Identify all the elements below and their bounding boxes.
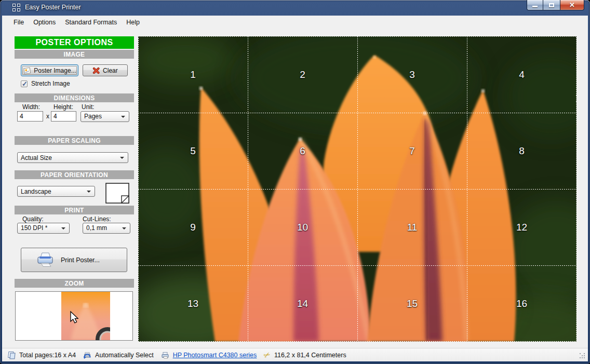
paper-scaling-value: Actual Size [21,154,52,161]
menu-file[interactable]: File [9,17,29,28]
check-icon: ✓ [22,80,28,88]
poster-cell-number: 1 [190,69,196,80]
status-total-pages: Total pages:16 x A4 [7,351,76,359]
unit-label: Unit: [82,103,95,111]
quality-label: Quality: [22,215,44,223]
title-bar[interactable]: Easy Poster Printer ✕ [0,0,590,16]
auto-printer-icon [83,351,91,359]
menu-bar: File Options Standard Formats Help [2,16,588,29]
poster-cell-number: 13 [187,298,198,309]
poster-cell-number: 9 [190,222,196,233]
poster-cell-number: 10 [297,222,308,233]
quality-value: 150 DPI * [21,224,47,232]
stretch-image-label: Stretch Image [31,80,70,87]
client-area: File Options Standard Formats Help POSTE… [2,16,588,361]
printer-icon [161,351,169,359]
height-label: Height: [53,103,73,111]
chevron-down-icon [122,227,126,230]
poster-cell-number: 14 [297,298,308,309]
print-poster-label: Print Poster... [55,257,106,264]
resize-grip[interactable] [580,353,585,359]
pages-icon [7,351,16,359]
chevron-down-icon [87,191,91,193]
chevron-down-icon [120,157,124,159]
status-bar: Total pages:16 x A4 Automatically Select… [2,348,588,361]
status-printer: HP Photosmart C4380 series [161,351,257,359]
window-title: Easy Poster Printer [25,4,81,11]
quality-dropdown[interactable]: 150 DPI * [17,223,70,234]
status-paper-source: Automatically Select [83,351,154,359]
poster-cell-number: 5 [190,145,196,157]
poster-cell-number: 8 [519,145,525,157]
poster-cell-number: 6 [300,145,305,157]
poster-size-text: 116,2 x 81,4 Centimeters [274,352,346,359]
app-icon [12,4,21,12]
paper-source-text: Automatically Select [95,352,154,359]
unit-value: Pages [84,113,102,120]
maximize-icon [549,3,554,7]
poster-image-button[interactable]: Poster Image... [21,64,78,76]
poster-cell-number: 16 [516,298,527,309]
unit-dropdown[interactable]: Pages [81,111,129,122]
clear-x-icon [92,66,100,74]
poster-options-panel: POSTER OPTIONS IMAGE Poster Image... [15,36,134,344]
zoom-preview-image [16,292,132,340]
zoom-preview [15,291,133,341]
menu-help[interactable]: Help [122,17,144,28]
paper-orientation-dropdown[interactable]: Landscape [17,186,95,197]
section-header-dimensions: DIMENSIONS [15,93,134,102]
chevron-down-icon [121,116,125,118]
paper-orientation-value: Landscape [21,188,51,195]
cutlines-label: Cut-Lines: [83,215,111,223]
clear-button-label: Clear [103,67,118,74]
close-icon: ✕ [569,1,575,9]
clear-button[interactable]: Clear [83,64,128,76]
scissors-icon: ✂ [262,349,273,361]
poster-cell-number: 15 [407,298,418,309]
print-poster-button[interactable]: Print Poster... [21,248,127,272]
poster-cell-number: 3 [409,69,415,80]
menu-standard-formats[interactable]: Standard Formats [60,17,122,28]
section-header-image: IMAGE [15,50,134,59]
total-pages-text: Total pages:16 x A4 [19,352,76,359]
poster-image-button-label: Poster Image... [34,67,76,74]
poster-cell-number: 12 [516,222,527,233]
menu-options[interactable]: Options [29,17,60,28]
paper-scaling-dropdown[interactable]: Actual Size [17,152,128,163]
cutlines-dropdown[interactable]: 0,1 mm [83,223,130,234]
poster-cell-number: 11 [407,222,418,233]
close-button[interactable]: ✕ [560,0,584,10]
poster-cell-number: 4 [519,69,525,80]
cutlines-value: 0,1 mm [86,224,107,232]
width-input[interactable] [17,111,43,122]
section-header-zoom: ZOOM [15,279,134,288]
poster-cell-number: 7 [409,145,415,157]
app-window: Easy Poster Printer ✕ File Options Stand… [0,0,590,364]
photo-icon [23,66,31,75]
minimize-button[interactable] [527,0,543,10]
printer-icon [36,251,55,267]
section-header-paper-scaling: PAPER SCALING [15,136,134,145]
landscape-paper-icon [105,183,129,204]
printer-link[interactable]: HP Photosmart C4380 series [173,352,257,359]
poster-canvas[interactable]: 12345678910111213141516 [138,36,576,342]
status-poster-size: ✂ 116,2 x 81,4 Centimeters [264,350,346,360]
panel-title: POSTER OPTIONS [15,36,134,49]
minimize-icon [532,6,538,7]
poster-cell-number: 2 [300,69,305,80]
section-header-print: PRINT [15,206,134,214]
maximize-button[interactable] [543,0,560,10]
tulip-photo [138,36,576,342]
section-header-paper-orientation: PAPER ORIENTATION [15,170,134,179]
width-label: Width: [22,103,40,111]
chevron-down-icon [61,227,65,230]
stretch-image-checkbox[interactable]: ✓ [21,80,28,87]
times-separator: x [46,113,49,120]
height-input[interactable] [51,111,76,122]
